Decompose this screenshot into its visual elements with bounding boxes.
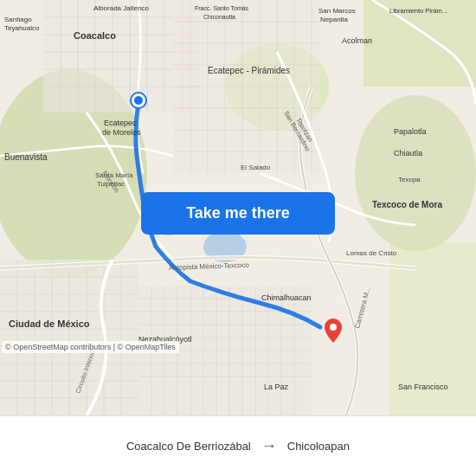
svg-text:Santiago: Santiago (4, 16, 32, 23)
svg-text:Chiautla: Chiautla (394, 149, 422, 158)
footer-origin: Coacalco De Berriozábal (126, 440, 251, 453)
svg-text:Lomas de Cristo: Lomas de Cristo (346, 249, 397, 257)
origin-marker (132, 93, 145, 107)
svg-text:Chimalhuacan: Chimalhuacan (261, 293, 312, 302)
osm-attribution: © OpenStreetMap contributors | © OpenMap… (2, 341, 179, 353)
svg-point-4 (355, 95, 476, 251)
svg-text:Coacalco: Coacalco (74, 30, 116, 41)
svg-text:San Marcos: San Marcos (318, 7, 356, 15)
footer-bar: Coacalco De Berriozábal → Chicoloapan (0, 415, 476, 476)
svg-point-107 (330, 324, 337, 331)
footer-arrow: → (261, 437, 277, 455)
svg-text:Texcoco de Mora: Texcoco de Mora (372, 200, 442, 209)
svg-text:El Salado: El Salado (241, 164, 271, 171)
svg-text:Texopa: Texopa (398, 176, 421, 183)
svg-text:Ecatepec - Pirámides: Ecatepec - Pirámides (208, 66, 290, 75)
svg-text:La Paz: La Paz (264, 383, 289, 391)
destination-marker (325, 318, 342, 343)
take-me-there-label: Take me there (186, 204, 290, 222)
footer-destination: Chicoloapan (287, 440, 350, 453)
map-container: Coacalco Ecatepec - Pirámides Buenavista… (0, 0, 476, 415)
svg-text:Ciudad de México: Ciudad de México (9, 318, 90, 329)
svg-text:Papalotla: Papalotla (394, 127, 427, 136)
svg-text:de Morelos: de Morelos (102, 128, 141, 137)
svg-text:Nepantla: Nepantla (320, 16, 349, 23)
svg-text:Buenavista: Buenavista (4, 152, 48, 162)
svg-text:Libramiento Pirám...: Libramiento Pirám... (389, 7, 447, 15)
svg-text:Santa María: Santa María (95, 171, 133, 179)
svg-text:Alborada Jaltenco: Alborada Jaltenco (93, 4, 150, 12)
svg-text:Acolman: Acolman (342, 36, 372, 45)
svg-text:Fracc. Santo Tomás: Fracc. Santo Tomás (195, 5, 249, 11)
svg-text:San Francisco: San Francisco (398, 383, 448, 391)
svg-text:Ecatepec: Ecatepec (104, 119, 137, 127)
svg-text:Teyahualco: Teyahualco (4, 24, 40, 32)
take-me-there-button[interactable]: Take me there (141, 192, 335, 235)
svg-text:Chiconautla: Chiconautla (203, 14, 235, 20)
